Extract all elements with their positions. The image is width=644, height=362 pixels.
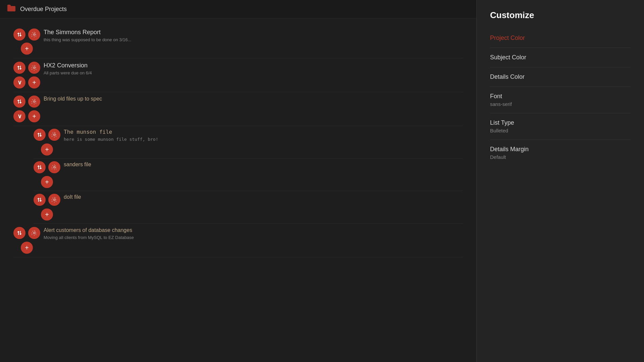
chevron-button-hx2[interactable]: ∨ <box>13 76 25 88</box>
project-details-alert: Moving all clients from MySQL to EZ Data… <box>44 235 463 240</box>
project-list: + The Simmons Report this thing was supp… <box>0 18 476 362</box>
sidebar-item-details-color[interactable]: Details Color <box>490 67 631 87</box>
gear-button-alert[interactable] <box>28 227 40 239</box>
gear-button-munson[interactable] <box>48 129 60 141</box>
folder-icon <box>7 4 16 14</box>
swap-button-hx2[interactable] <box>13 62 25 74</box>
swap-button-simmons[interactable] <box>13 28 25 41</box>
subproject-title-sanders: sanders file <box>64 161 463 168</box>
subproject-item-sanders: + sanders file <box>34 159 463 191</box>
subproject-item-doit: + doIt file <box>34 191 463 224</box>
swap-button-alert[interactable] <box>13 227 25 239</box>
details-margin-value: Default <box>490 154 631 160</box>
sidebar-item-details-margin[interactable]: Details Margin Default <box>490 140 631 166</box>
project-item-simmons: + The Simmons Report this thing was supp… <box>13 25 463 58</box>
page-title: Overdue Projects <box>20 6 67 13</box>
swap-button-sanders[interactable] <box>34 161 46 173</box>
gear-button-sanders[interactable] <box>48 161 60 173</box>
add-button-munson[interactable]: + <box>41 143 53 156</box>
add-button-hx2[interactable]: + <box>28 76 40 88</box>
sidebar-item-subject-color[interactable]: Subject Color <box>490 48 631 67</box>
add-button-alert[interactable]: + <box>21 242 33 254</box>
customize-title: Customize <box>490 10 631 20</box>
customize-panel: Customize Project Color Subject Color De… <box>476 0 644 362</box>
details-color-label: Details Color <box>490 73 631 80</box>
project-title-simmons: The Simmons Report <box>44 28 463 36</box>
sidebar-item-list-type[interactable]: List Type Bulleted <box>490 113 631 140</box>
project-details-hx2: All parts were due on 6/4 <box>44 70 463 75</box>
add-button-doit[interactable]: + <box>41 208 53 221</box>
subproject-list-bring-old: + The munson file here is some munson fi… <box>34 126 463 224</box>
list-type-value: Bulleted <box>490 128 631 133</box>
add-button-bring-old[interactable]: + <box>28 110 40 122</box>
project-color-label: Project Color <box>490 35 631 42</box>
project-item-alert: + Alert customers of database changes Mo… <box>13 224 463 257</box>
project-item-hx2: ∨ + HX2 Conversion All parts were due on… <box>13 58 463 92</box>
gear-button-hx2[interactable] <box>28 62 40 74</box>
add-button-sanders[interactable]: + <box>41 176 53 188</box>
project-item-bring-old: ∨ + Bring old files up to spec <box>13 92 463 224</box>
project-title-hx2: HX2 Conversion <box>44 62 463 69</box>
subproject-title-munson: The munson file <box>64 129 463 136</box>
font-label: Font <box>490 93 631 100</box>
font-value: sans-serif <box>490 101 631 107</box>
project-title-alert: Alert customers of database changes <box>44 227 463 234</box>
subproject-title-doit: doIt file <box>64 194 463 201</box>
chevron-button-bring-old[interactable]: ∨ <box>13 110 25 122</box>
add-button-simmons[interactable]: + <box>21 43 33 55</box>
gear-button-simmons[interactable] <box>28 28 40 41</box>
gear-button-doit[interactable] <box>48 194 60 206</box>
swap-button-doit[interactable] <box>34 194 46 206</box>
subproject-details-munson: here is some munson file stuff, bro! <box>64 137 463 142</box>
sidebar-item-font[interactable]: Font sans-serif <box>490 87 631 113</box>
subproject-item-munson: + The munson file here is some munson fi… <box>34 126 463 159</box>
swap-button-bring-old[interactable] <box>13 96 25 108</box>
list-type-label: List Type <box>490 119 631 126</box>
header: Overdue Projects <box>0 0 476 18</box>
sidebar-item-project-color[interactable]: Project Color <box>490 28 631 48</box>
project-details-simmons: this thing was supposed to be done on 3/… <box>44 37 463 42</box>
gear-button-bring-old[interactable] <box>28 96 40 108</box>
subject-color-label: Subject Color <box>490 54 631 61</box>
swap-button-munson[interactable] <box>34 129 46 141</box>
project-title-bring-old: Bring old files up to spec <box>44 96 463 103</box>
details-margin-label: Details Margin <box>490 146 631 153</box>
